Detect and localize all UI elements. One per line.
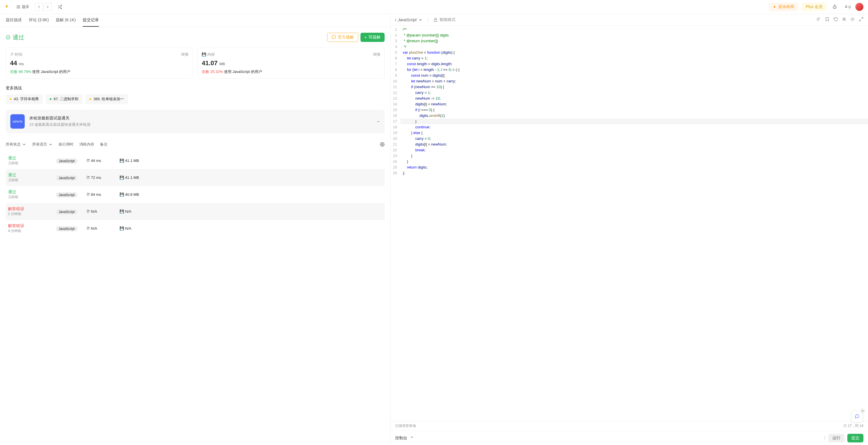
promo-icon: miHoYo	[10, 114, 25, 129]
challenge-item[interactable]: 67. 二进制求和	[46, 94, 83, 104]
svg-point-13	[852, 19, 853, 20]
filter-lang[interactable]: 所有语言	[32, 142, 53, 147]
tabs: 题目描述 评论 (3.8K) 题解 (6.1K) 提交记录	[0, 14, 390, 27]
tab-discuss[interactable]: 评论 (3.8K)	[29, 14, 49, 27]
col-runtime: 执行用时	[59, 142, 73, 147]
filter-status[interactable]: 所有状态	[6, 142, 26, 147]
challenge-item[interactable]: 43. 字符串相乘	[6, 94, 43, 104]
promo-card[interactable]: miHoYo 米哈游最新面试题通关 23 道最新真实面试题快速通关米哈游 →	[6, 110, 384, 133]
official-solution-button[interactable]: 官方题解	[327, 33, 358, 42]
layout-pill[interactable]: ✦ 灵动布局	[769, 3, 798, 11]
reset-icon[interactable]	[834, 17, 838, 22]
chat-fab[interactable]: ✕	[851, 411, 863, 422]
cursor-pos: 行 17，列 14	[844, 423, 863, 428]
arrow-right-icon: →	[376, 119, 380, 124]
svg-line-5	[58, 5, 59, 6]
shuffle-button[interactable]	[55, 3, 64, 10]
tab-description[interactable]: 题目描述	[6, 14, 22, 27]
language-selector[interactable]: i JavaScript	[395, 18, 423, 22]
left-panel: 题目描述 评论 (3.8K) 题解 (6.1K) 提交记录 通过 官方题解 + …	[0, 14, 391, 445]
svg-point-8	[382, 144, 383, 145]
submission-row[interactable]: 通过几秒前JavaScript⏱ 72 ms💾 41.1 MB	[6, 169, 384, 186]
svg-rect-9	[434, 20, 437, 22]
fullscreen-icon[interactable]	[859, 17, 863, 22]
chevron-down-icon	[418, 18, 423, 22]
mem-detail-link[interactable]: 详情	[373, 52, 380, 57]
logo-icon	[5, 4, 10, 10]
bookmark-icon[interactable]	[825, 17, 830, 22]
smart-mode[interactable]: 智能模式	[433, 17, 456, 22]
lock-icon	[433, 18, 438, 22]
svg-line-15	[859, 20, 861, 21]
next-problem-button[interactable]	[44, 3, 52, 11]
code-editor[interactable]: 1234567891011121314151617181920212223242…	[391, 26, 868, 421]
console-toggle[interactable]: 控制台	[395, 436, 407, 441]
gear-icon[interactable]	[850, 17, 855, 22]
tab-submissions[interactable]: 提交记录	[83, 14, 99, 27]
keyboard-icon[interactable]: ⌘	[842, 17, 846, 22]
time-card: ⏱ 时间详情 44 ms 击败 99.78% 使用 JavaScript 的用户	[6, 47, 193, 79]
chart-icon: 《	[822, 436, 826, 441]
challenge-item[interactable]: 369. 给单链表加一	[85, 94, 128, 104]
submission-row[interactable]: 通过几秒前JavaScript⏱ 44 ms💾 41.1 MB	[6, 152, 384, 169]
right-panel: i JavaScript | 智能模式 ⌘ 123456789101112131…	[391, 14, 868, 445]
chevron-up-icon: ⌃	[410, 436, 413, 440]
svg-point-7	[6, 35, 10, 39]
avatar[interactable]	[855, 3, 863, 11]
timer-button[interactable]	[830, 2, 839, 11]
result-status: 通过	[6, 34, 24, 41]
svg-line-14	[861, 18, 863, 19]
chat-icon	[855, 414, 859, 419]
chevron-down-icon	[22, 142, 26, 147]
topbar: 题库 ✦ 灵动布局 Plus 会员 0	[0, 0, 868, 14]
save-status: 已保存至本地	[395, 423, 416, 428]
tab-solutions[interactable]: 题解 (6.1K)	[56, 14, 76, 27]
submission-row[interactable]: 解答错误2 分钟前JavaScript⏱ N/A💾 N/A	[6, 203, 384, 220]
more-challenges-title: 更多挑战	[6, 86, 384, 91]
col-note: 备注	[100, 142, 107, 147]
submit-button[interactable]: 提交	[847, 434, 863, 442]
memory-card: 💾 内存详情 41.07 MB 击败 25.32% 使用 JavaScript …	[197, 47, 384, 79]
promo-sub: 23 道最新真实面试题快速通关米哈游	[29, 122, 371, 127]
chevron-down-icon	[48, 142, 53, 147]
write-solution-button[interactable]: + 写题解	[361, 33, 384, 42]
col-memory: 消耗内存	[79, 142, 94, 147]
submission-row[interactable]: 解答错误4 分钟前JavaScript⏱ N/A💾 N/A	[6, 220, 384, 237]
close-icon[interactable]: ✕	[860, 409, 865, 413]
streak-button[interactable]: 0	[843, 2, 852, 11]
plus-pill[interactable]: Plus 会员	[802, 3, 827, 11]
settings-icon[interactable]	[380, 142, 384, 147]
time-detail-link[interactable]: 详情	[181, 52, 188, 57]
submission-row[interactable]: 通过几秒前JavaScript⏱ 64 ms💾 40.8 MB	[6, 186, 384, 203]
problems-list-button[interactable]: 题库	[14, 3, 32, 11]
book-icon	[332, 35, 336, 40]
promo-title: 米哈游最新面试题通关	[29, 116, 371, 121]
notes-icon[interactable]	[816, 17, 821, 22]
check-circle-icon	[6, 35, 10, 40]
run-button[interactable]: 运行	[828, 434, 844, 442]
prev-problem-button[interactable]	[35, 3, 43, 11]
